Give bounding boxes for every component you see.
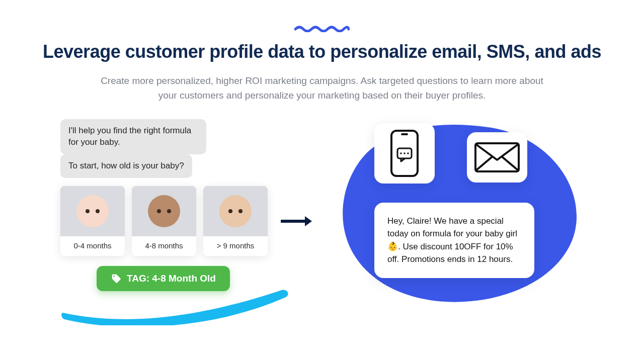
arrow-icon <box>281 215 314 228</box>
chat-bubble-2: To start, how old is your baby? <box>60 154 192 178</box>
svg-point-6 <box>404 152 406 154</box>
promo-message-card: Hey, Claire! We have a special today on … <box>374 203 534 278</box>
age-options: 0-4 months 4-8 months > 9 months <box>60 186 277 256</box>
svg-point-7 <box>407 152 409 154</box>
svg-rect-3 <box>401 133 408 135</box>
svg-point-0 <box>113 276 115 277</box>
connector-line <box>495 182 498 205</box>
delivery-panel: Hey, Claire! We have a special today on … <box>322 117 584 318</box>
result-tag: TAG: 4-8 Month Old <box>97 266 230 291</box>
tag-icon <box>111 273 122 284</box>
baby-photo-3 <box>203 186 268 236</box>
baby-photo-1 <box>60 186 125 236</box>
svg-point-5 <box>400 152 402 154</box>
page-title: Leverage customer profile data to person… <box>0 41 644 62</box>
age-option-4-8[interactable]: 4-8 months <box>132 186 196 256</box>
promo-message-text: Hey, Claire! We have a special today on … <box>387 216 517 264</box>
squiggle-divider <box>0 24 644 32</box>
connector-line <box>403 183 406 205</box>
age-option-0-4[interactable]: 0-4 months <box>60 186 125 256</box>
age-option-9plus[interactable]: > 9 months <box>203 186 268 256</box>
chat-bubble-1: I'll help you find the right formula for… <box>60 119 206 154</box>
page-subtitle: Create more personalized, higher ROI mar… <box>96 73 548 103</box>
swoosh-decoration <box>60 285 292 325</box>
age-option-label: 0-4 months <box>60 236 125 256</box>
sms-channel-card <box>374 123 435 184</box>
email-channel-card <box>467 132 527 183</box>
baby-photo-2 <box>132 186 196 236</box>
result-tag-label: TAG: 4-8 Month Old <box>127 273 216 284</box>
phone-sms-icon <box>390 129 419 177</box>
chat-panel: I'll help you find the right formula for… <box>60 119 277 291</box>
envelope-icon <box>474 142 520 173</box>
age-option-label: 4-8 months <box>132 236 196 256</box>
age-option-label: > 9 months <box>203 236 268 256</box>
